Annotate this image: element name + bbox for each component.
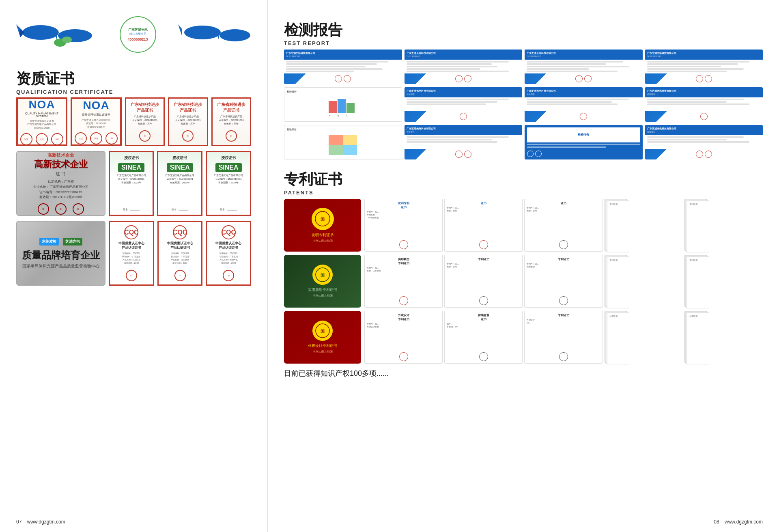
patent-cert-many-6: 外观证书 xyxy=(684,311,763,364)
svg-point-9 xyxy=(219,29,250,41)
noa-content-1: 质量管理体系认证证书广东芝浦光电产品有限公司ISO9001:2015 xyxy=(27,119,56,129)
svg-text:国: 国 xyxy=(321,217,325,222)
svg-rect-20 xyxy=(343,145,357,155)
cn-cert-3: 广东省科技进步产品证书 广东省科技进步产品认证编号：GD2021001有效期：三… xyxy=(211,97,251,146)
patent-cert-7: 外观设计专利证书 专利号：ZL...外观设计名称 xyxy=(364,311,443,364)
test-report-heatmap: 检验报告 xyxy=(284,125,402,159)
sinea-cert-2: 授权证书 SINEA 广东芝浦光电产品有限公司 认证编号：SN20200001 … xyxy=(157,151,202,216)
report-card-header-1: 广东芝浦光电科技有限公司 TEST REPORT xyxy=(284,50,402,60)
report-stamp-1 xyxy=(335,75,342,82)
sinea-logo-2: SINEA xyxy=(167,163,193,172)
noa-logo-text-1: NOA xyxy=(28,98,55,111)
cqc-body-3: 证书编号：CQC003 获证组织：广东芝浦 产品名称：照明产品 发证日期：202… xyxy=(219,252,238,265)
hitech-stamps: 章 章 章 xyxy=(38,203,84,215)
heatmap-svg xyxy=(329,135,357,155)
qualification-section-title: 资质证书 QUALIFICATION CERTIFICATE xyxy=(16,69,251,95)
hitech-cert: 高新技术企业 高新技术企业 证 书 认定机构：广东省企业名称：广东芝浦光电产品有… xyxy=(16,151,105,216)
fish-logo-right xyxy=(178,22,251,47)
cqc-logo-1: CQC xyxy=(124,225,138,239)
sinea-body-2: 广东芝浦光电产品有限公司 认证编号：SN20200001 有效期至：2023年 xyxy=(165,174,194,185)
cn-cert-stamp-3: 印 xyxy=(226,130,237,142)
qualification-title-en: QUALIFICATION CERTIFICATE xyxy=(16,89,251,95)
patent-cert-stack-2: 实用新型专利证书 专利号：ZL...名称：LED模组 专利证书 专利号：ZL..… xyxy=(364,255,763,308)
cqc-logo-3: CQC xyxy=(222,225,236,239)
cqc-body-1: 证书编号：CQC001 获证组织：广东芝浦 产品名称：LED灯具 发证日期：20… xyxy=(122,252,140,265)
cqc-stamp-1: 印 xyxy=(126,270,137,281)
patent-cert-8: 持续监督证书 编号：有效期：3年 xyxy=(444,311,523,364)
patent-title: 专利证书 PATENTS xyxy=(284,170,763,196)
test-report-card-10: 广东芝浦光电科技有限公司 检验报告 xyxy=(645,125,763,159)
svg-text:A: A xyxy=(329,114,330,117)
patent-title-cn: 专利证书 xyxy=(284,170,763,190)
svg-text:国: 国 xyxy=(321,273,325,278)
noa-stamp-1c: IAF xyxy=(51,133,63,145)
patent-cert-9: 专利证书 外观设计ZL... xyxy=(524,311,603,364)
patent-row-1: 国 发明专利证书 中华人民共和国 发明专利证书 专利号：ZL...专利名称：LE… xyxy=(284,199,763,252)
patent-cert-6: 专利证书 专利号：ZL...实用新型 xyxy=(524,255,603,308)
cqc-cert-1: CQC 中国质量认证中心产品认证证书 证书编号：CQC001 获证组织：广东芝浦… xyxy=(109,221,154,286)
sinea-bottom-2: 签名：_______ xyxy=(172,208,188,211)
patent-title-en: PATENTS xyxy=(284,190,763,196)
cqc-logo-2: CQC xyxy=(173,225,187,239)
test-report-card-5: 广东芝浦光电科技有限公司 检验报告 xyxy=(405,87,523,122)
cn-cert-body-3: 广东省科技进步产品认证编号：GD2021001有效期：三年 xyxy=(219,115,244,126)
quality-brand-subtitle: 国家半导体和光源产品品质量监督检验中心 xyxy=(22,263,99,269)
test-report-card-9: 检验报告 xyxy=(525,125,643,159)
report-stamp-2 xyxy=(344,75,351,82)
patent-cert-many-3: 专利证书 xyxy=(605,255,683,308)
svg-point-6 xyxy=(62,37,72,43)
svg-rect-12 xyxy=(338,99,346,113)
svg-rect-11 xyxy=(329,101,337,113)
svg-rect-17 xyxy=(329,135,343,145)
test-report-grid-1: 广东芝浦光电科技有限公司 TEST REPORT 广东芝 xyxy=(284,50,763,84)
patent-section: 专利证书 PATENTS 国 发明专利证书 中华人民共和国 发明专利证书 xyxy=(284,170,763,378)
noa-stamp-2a: 认证 xyxy=(75,132,87,144)
sinea-cert-3: 授权证书 SINEA 广东芝浦光电产品有限公司 认证编号：SN20210001 … xyxy=(206,151,251,216)
noa-cert-2: NOA 质量管理体系认证证书 广东芝浦光电产品有限公司认证号：12345678有… xyxy=(71,97,122,146)
fish-logo-left xyxy=(16,20,97,49)
patent-row-3: 国 外观设计专利证书 中华人民共和国 外观设计专利证书 专利号：ZL...外观设… xyxy=(284,311,763,364)
test-report-card-7: 广东芝浦光电科技有限公司 检验报告 xyxy=(645,87,763,122)
cqc-title-2: 中国质量认证中心产品认证证书 xyxy=(167,241,193,250)
noa-subtitle-2: 质量管理体系认证证书 xyxy=(82,113,110,117)
test-report-card-1: 广东芝浦光电科技有限公司 TEST REPORT xyxy=(284,50,402,84)
national-emblem-2: 国 xyxy=(315,267,330,282)
hitech-cert-subtitle: 证 书 xyxy=(56,171,65,177)
quality-logo-zhibu: 芝浦光电 xyxy=(63,238,82,246)
noa-cert-1: NOA QUALITY MANAGEMENT SYSTEM 质量管理体系认证证书… xyxy=(16,97,67,146)
svg-point-7 xyxy=(184,26,221,39)
test-report-card-3: 广东芝浦光电科技有限公司 TEST REPORT xyxy=(525,50,643,84)
page-num-right: 08 www.dgzgtm.com xyxy=(714,519,763,525)
test-report-title-cn: 检测报告 xyxy=(284,20,763,40)
cn-cert-stamp-2: 印 xyxy=(182,130,194,142)
sinea-bottom-1: 签名：_______ xyxy=(123,208,140,211)
company-circle-logo: 广东芝浦光电 科技有限公司 4000688213 xyxy=(120,16,156,53)
cqc-stamp-3: 印 xyxy=(223,270,234,281)
cert-row-2: 高新技术企业 高新技术企业 证 书 认定机构：广东省企业名称：广东芝浦光电产品有… xyxy=(16,151,251,216)
sinea-logo-3: SINEA xyxy=(215,163,242,172)
noa-stamp-1a: 认证 xyxy=(20,133,32,145)
patent-cert-2: 证书 专利号：ZL...类型：发明 xyxy=(444,199,523,252)
national-emblem-3: 国 xyxy=(315,323,330,338)
cqc-cert-2: CQC 中国质量认证中心产品认证证书 证书编号：CQC002 获证组织：广东芝浦… xyxy=(157,221,203,286)
sinea-title-2: 授权证书 xyxy=(172,155,187,161)
hitech-title: 高新技术企业 xyxy=(34,158,88,170)
hitech-stamp-3: 章 xyxy=(73,203,84,215)
test-report-color-chart-1: 检验报告 A B C xyxy=(284,87,402,122)
patent-cert-5: 专利证书 专利号：ZL...类型：实用 xyxy=(444,255,523,308)
cqc-stamp-2: 印 xyxy=(174,270,186,281)
svg-text:C: C xyxy=(346,114,349,117)
cn-cert-body-2: 广东省科技进步产品认证编号：GD2020001有效期：三年 xyxy=(175,115,200,126)
test-report-title-en: TEST REPORT xyxy=(284,40,763,46)
sinea-bottom-3: 签名：_______ xyxy=(220,208,237,211)
cqc-title-3: 中国质量认证中心产品认证证书 xyxy=(215,241,241,250)
patent-cert-stack-1: 发明专利证书 专利号：ZL...专利名称：LED照明装置 证书 专利号：ZL..… xyxy=(364,199,763,252)
noa-stamp-2b: 认证 xyxy=(90,132,102,144)
sinea-body-1: 广东芝浦光电产品有限公司 认证编号：SN20190001 有效期至：2022年 xyxy=(117,174,146,185)
quality-header: 东莞质检 芝浦光电 xyxy=(39,238,82,246)
patent-cert-1: 发明专利证书 专利号：ZL...专利名称：LED照明装置 xyxy=(364,199,443,252)
hitech-stamp-2: 章 xyxy=(55,203,67,215)
hitech-stamp-1: 章 xyxy=(38,203,49,215)
page-right: 检测报告 TEST REPORT 广东芝浦光电科技有限公司 TEST REPOR… xyxy=(268,0,779,532)
cqc-title-1: 中国质量认证中心产品认证证书 xyxy=(118,241,144,250)
